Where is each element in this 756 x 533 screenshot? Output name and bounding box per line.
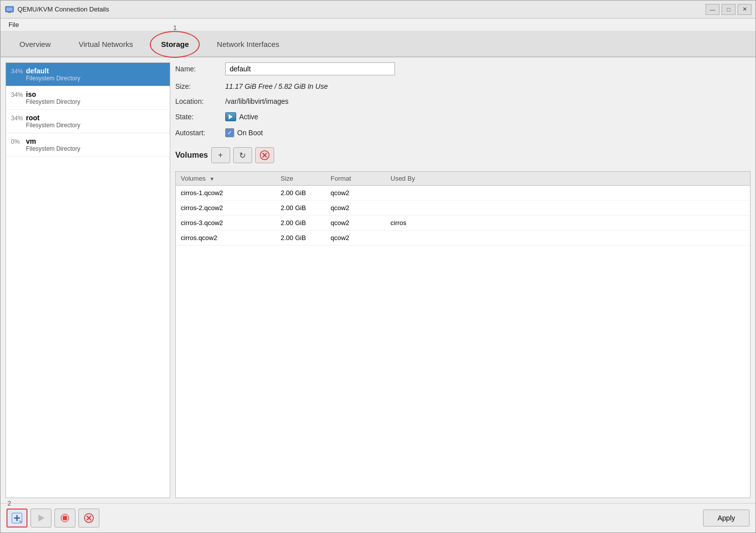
tabs-bar: Overview Virtual Networks 1 Storage Netw… [0, 31, 756, 57]
maximize-button[interactable]: □ [722, 4, 736, 15]
delete-volume-icon [260, 150, 270, 160]
titlebar: QEMU/KVM Connection Details — □ ✕ [0, 0, 756, 18]
pool-percent-iso: 34% [11, 91, 26, 98]
delete-volume-button[interactable] [255, 147, 274, 163]
sort-arrow-icon: ▼ [210, 176, 215, 182]
app-icon [4, 4, 14, 14]
vol-size-1: 2.00 GiB [281, 189, 331, 197]
main-window: QEMU/KVM Connection Details — □ ✕ File O… [0, 0, 756, 533]
pool-info-root: root Filesystem Directory [26, 114, 165, 129]
window-title: QEMU/KVM Connection Details [17, 5, 706, 13]
volumes-table-header: Volumes ▼ Size Format Used By [176, 172, 750, 186]
volumes-header: Volumes + ↻ [175, 147, 751, 163]
state-row: State: Active [175, 112, 751, 121]
annotation-2-wrapper: 2 [6, 509, 27, 528]
annotation-2: 2 [7, 500, 11, 507]
apply-button[interactable]: Apply [703, 510, 750, 527]
pool-item-iso[interactable]: 34% iso Filesystem Directory [6, 86, 170, 110]
table-row[interactable]: cirros.qcow2 2.00 GiB qcow2 [176, 231, 750, 246]
pool-percent-root: 34% [11, 115, 26, 122]
pool-type-default: Filesystem Directory [26, 75, 165, 82]
pool-list: 34% default Filesystem Directory 34% iso… [5, 62, 170, 498]
vol-size-3: 2.00 GiB [281, 219, 331, 227]
main-content: 34% default Filesystem Directory 34% iso… [0, 57, 756, 503]
autostart-checkbox[interactable]: ✓ [225, 128, 234, 137]
pool-info-vm: vm Filesystem Directory [26, 137, 165, 152]
pool-item-vm[interactable]: 0% vm Filesystem Directory [6, 133, 170, 157]
state-icon [225, 112, 236, 121]
file-menu[interactable]: File [4, 20, 23, 29]
add-pool-button[interactable] [6, 509, 27, 528]
pool-name-default: default [26, 67, 165, 75]
pool-item-root[interactable]: 34% root Filesystem Directory [6, 110, 170, 133]
col-header-usedby[interactable]: Used By [390, 175, 745, 182]
table-row[interactable]: cirros-1.qcow2 2.00 GiB qcow2 [176, 186, 750, 201]
window-controls: — □ ✕ [706, 4, 752, 15]
vol-format-4: qcow2 [331, 234, 390, 242]
volumes-table: Volumes ▼ Size Format Used By cirros-1.q… [175, 171, 751, 498]
stop-pool-icon [60, 514, 69, 523]
vol-usedby-2 [390, 204, 745, 212]
tab-network-interfaces[interactable]: Network Interfaces [203, 35, 293, 53]
autostart-row: Autostart: ✓ On Boot [175, 128, 751, 137]
refresh-volumes-button[interactable]: ↻ [233, 147, 252, 163]
minimize-button[interactable]: — [706, 4, 720, 15]
pool-info-iso: iso Filesystem Directory [26, 90, 165, 105]
tab-overview[interactable]: Overview [5, 35, 65, 53]
col-header-size[interactable]: Size [281, 175, 331, 182]
state-value: Active [239, 113, 258, 121]
start-pool-icon [36, 514, 45, 523]
location-value: /var/lib/libvirt/images [225, 97, 289, 105]
vol-format-3: qcow2 [331, 219, 390, 227]
vol-usedby-3: cirros [390, 219, 745, 227]
pool-type-vm: Filesystem Directory [26, 145, 165, 152]
col-header-volumes[interactable]: Volumes ▼ [181, 175, 281, 182]
add-pool-icon [11, 513, 22, 524]
vol-size-4: 2.00 GiB [281, 234, 331, 242]
detail-panel: Name: Size: 11.17 GiB Free / 5.82 GiB In… [175, 62, 751, 498]
tab-storage[interactable]: Storage [147, 35, 203, 53]
tab-virtual-networks[interactable]: Virtual Networks [65, 35, 147, 53]
add-volume-button[interactable]: + [211, 147, 230, 163]
location-row: Location: /var/lib/libvirt/images [175, 97, 751, 105]
location-label: Location: [175, 97, 225, 105]
tab-storage-wrapper: 1 Storage [147, 35, 203, 53]
delete-pool-button[interactable] [78, 509, 99, 528]
vol-name-1: cirros-1.qcow2 [181, 189, 281, 197]
pool-name-iso: iso [26, 90, 165, 98]
svg-rect-1 [6, 7, 12, 11]
start-pool-button[interactable] [30, 509, 51, 528]
vol-format-1: qcow2 [331, 189, 390, 197]
pool-item-default[interactable]: 34% default Filesystem Directory [6, 63, 170, 86]
col-header-format[interactable]: Format [331, 175, 390, 182]
close-button[interactable]: ✕ [738, 4, 752, 15]
table-row[interactable]: cirros-3.qcow2 2.00 GiB qcow2 cirros [176, 216, 750, 231]
vol-usedby-1 [390, 189, 745, 197]
table-row[interactable]: cirros-2.qcow2 2.00 GiB qcow2 [176, 201, 750, 216]
name-row: Name: [175, 62, 751, 75]
pool-info-default: default Filesystem Directory [26, 67, 165, 82]
vol-format-2: qcow2 [331, 204, 390, 212]
pool-name-root: root [26, 114, 165, 122]
volumes-label: Volumes [175, 151, 208, 160]
name-input[interactable] [225, 62, 395, 75]
svg-marker-9 [38, 515, 44, 522]
play-icon [229, 114, 233, 119]
stop-pool-button[interactable] [54, 509, 75, 528]
size-row: Size: 11.17 GiB Free / 5.82 GiB In Use [175, 82, 751, 90]
pool-name-vm: vm [26, 137, 165, 145]
vol-name-2: cirros-2.qcow2 [181, 204, 281, 212]
pool-type-iso: Filesystem Directory [26, 98, 165, 105]
delete-pool-icon [84, 513, 94, 523]
pool-percent-vm: 0% [11, 138, 26, 145]
size-label: Size: [175, 82, 225, 90]
autostart-value: On Boot [237, 129, 263, 137]
autostart-label: Autostart: [175, 129, 225, 137]
vol-usedby-4 [390, 234, 745, 242]
vol-name-3: cirros-3.qcow2 [181, 219, 281, 227]
state-label: State: [175, 113, 225, 121]
pool-type-root: Filesystem Directory [26, 122, 165, 129]
menubar: File [0, 18, 756, 31]
annotation-1: 1 [173, 24, 177, 31]
bottom-bar: 2 [0, 503, 756, 533]
